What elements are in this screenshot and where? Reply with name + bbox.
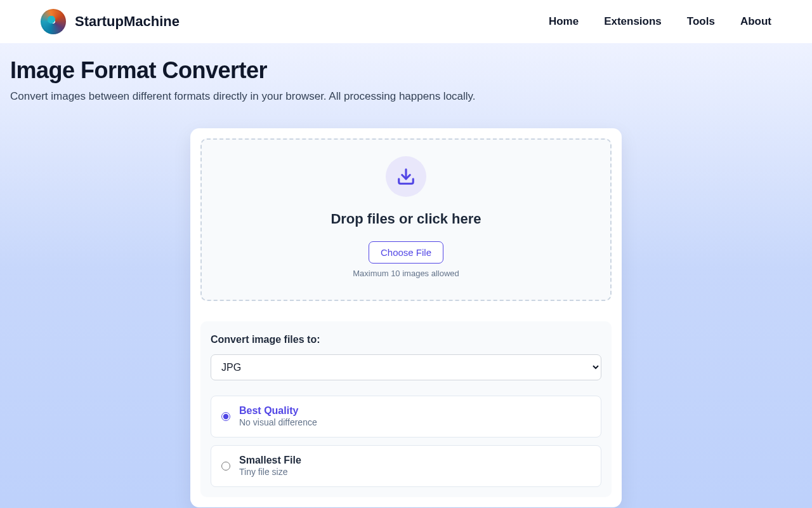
dropzone-note: Maximum 10 images allowed — [214, 269, 598, 278]
quality-best-title: Best Quality — [239, 405, 298, 416]
download-icon-circle — [386, 156, 426, 197]
nav-about[interactable]: About — [740, 15, 771, 28]
options-heading: Convert image files to: — [211, 334, 601, 345]
quality-option-best[interactable]: Best Quality No visual difference — [211, 396, 601, 438]
download-icon — [396, 167, 416, 186]
page-title: Image Format Converter — [10, 57, 802, 84]
brand-name: StartupMachine — [75, 13, 180, 30]
hero-section: Image Format Converter Convert images be… — [0, 43, 812, 508]
quality-small-desc: Tiny file size — [239, 467, 288, 477]
quality-small-title: Smallest File — [239, 455, 301, 465]
dropzone-heading: Drop files or click here — [214, 211, 598, 227]
page-subtitle: Convert images between different formats… — [10, 90, 802, 103]
choose-file-button[interactable]: Choose File — [369, 241, 443, 264]
site-header: StartupMachine Home Extensions Tools Abo… — [0, 0, 812, 43]
nav-extensions[interactable]: Extensions — [604, 15, 662, 28]
converter-card: Drop files or click here Choose File Max… — [190, 128, 622, 507]
nav-tools[interactable]: Tools — [687, 15, 715, 28]
brand-logo-icon — [41, 9, 66, 34]
format-select[interactable]: JPG — [211, 354, 601, 380]
quality-option-small[interactable]: Smallest File Tiny file size — [211, 445, 601, 487]
quality-radio-small[interactable] — [221, 462, 230, 471]
main-nav: Home Extensions Tools About — [549, 15, 771, 28]
nav-home[interactable]: Home — [549, 15, 579, 28]
quality-radio-best[interactable] — [221, 412, 230, 421]
options-panel: Convert image files to: JPG Best Quality… — [200, 321, 612, 497]
brand[interactable]: StartupMachine — [41, 9, 180, 34]
quality-best-desc: No visual difference — [239, 417, 317, 427]
file-dropzone[interactable]: Drop files or click here Choose File Max… — [200, 138, 612, 301]
